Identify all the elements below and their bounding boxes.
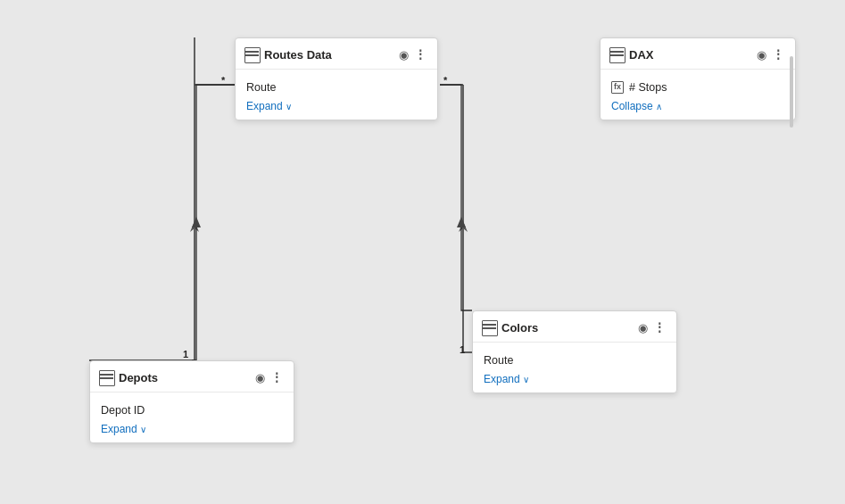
routes-data-header-left: Routes Data [244,47,332,62]
svg-marker-9 [457,217,466,227]
depots-header: Depots ◉ ⋮ [90,361,294,392]
table-icon-colors [482,320,496,335]
arrow-marker-2 [459,221,468,232]
depots-header-right: ◉ ⋮ [255,371,283,384]
label-asterisk-routes-left: * [221,75,225,86]
depots-card: Depots ◉ ⋮ Depot ID Expand ∨ [89,360,294,443]
label-asterisk-routes-right: * [443,75,447,86]
dax-body: fx # Stops Collapse ∧ [601,70,795,120]
label-one-depots: 1 [183,349,188,359]
field-depot-id: Depot ID [101,401,283,419]
depots-body: Depot ID Expand ∨ [90,392,294,442]
collapse-label-dax: Collapse [611,100,653,112]
colors-header-left: Colors [482,320,538,335]
stops-field-name: # Stops [629,81,667,94]
dax-title: DAX [629,48,653,62]
field-route: Route [246,78,427,96]
routes-data-header: Routes Data ◉ ⋮ [236,38,437,70]
collapse-chevron-dax: ∧ [656,102,662,112]
colors-body: Route Expand ∨ [473,343,676,392]
routes-data-card: Routes Data ◉ ⋮ Route Expand ∨ [235,37,438,120]
svg-marker-8 [192,217,201,227]
routes-data-header-right: ◉ ⋮ [399,48,427,62]
depots-expand[interactable]: Expand ∨ [101,423,283,435]
colors-title: Colors [501,321,538,335]
route-colors-field-name: Route [484,354,513,367]
expand-label-routes: Expand [246,100,283,112]
more-icon-depots[interactable]: ⋮ [270,371,283,384]
arrow-marker-1 [190,221,199,232]
dax-scrollbar [790,56,793,128]
field-stops: fx # Stops [611,78,784,96]
dax-collapse[interactable]: Collapse ∧ [611,100,784,112]
table-icon-routes [244,47,259,62]
dax-header-left: DAX [609,47,653,62]
depots-header-left: Depots [99,370,158,384]
colors-card: Colors ◉ ⋮ Route Expand ∨ [472,310,677,393]
eye-icon-colors[interactable]: ◉ [638,321,648,335]
more-icon-dax[interactable]: ⋮ [772,48,784,61]
depot-id-field-name: Depot ID [101,404,145,417]
more-icon-colors[interactable]: ⋮ [653,321,666,334]
colors-header-right: ◉ ⋮ [638,321,666,335]
table-icon-depots [99,370,113,384]
routes-data-expand[interactable]: Expand ∨ [246,100,427,112]
more-icon-routes[interactable]: ⋮ [414,48,427,61]
expand-label-colors: Expand [484,373,520,385]
dax-header: DAX ◉ ⋮ [601,38,795,70]
diagram-canvas: Routes Data ◉ ⋮ Route Expand ∨ DAX [0,0,845,504]
label-one-colors: 1 [460,344,465,355]
eye-icon-depots[interactable]: ◉ [255,371,265,384]
eye-icon-routes[interactable]: ◉ [399,48,409,62]
colors-expand[interactable]: Expand ∨ [484,373,666,385]
expand-chevron-routes: ∨ [286,102,292,112]
dax-card: DAX ◉ ⋮ fx # Stops Collapse ∧ [600,37,796,120]
routes-data-title: Routes Data [264,48,332,62]
route-field-name: Route [246,81,276,94]
expand-chevron-colors: ∨ [523,375,529,384]
field-route-colors: Route [484,351,666,369]
calc-icon-stops: fx [611,81,624,94]
eye-icon-dax[interactable]: ◉ [757,48,766,62]
depots-title: Depots [119,371,158,384]
routes-data-body: Route Expand ∨ [236,70,437,120]
expand-chevron-depots: ∨ [140,425,146,434]
expand-label-depots: Expand [101,423,137,435]
dax-header-right: ◉ ⋮ [757,48,784,62]
table-icon-dax [609,47,624,62]
colors-header: Colors ◉ ⋮ [473,311,676,343]
